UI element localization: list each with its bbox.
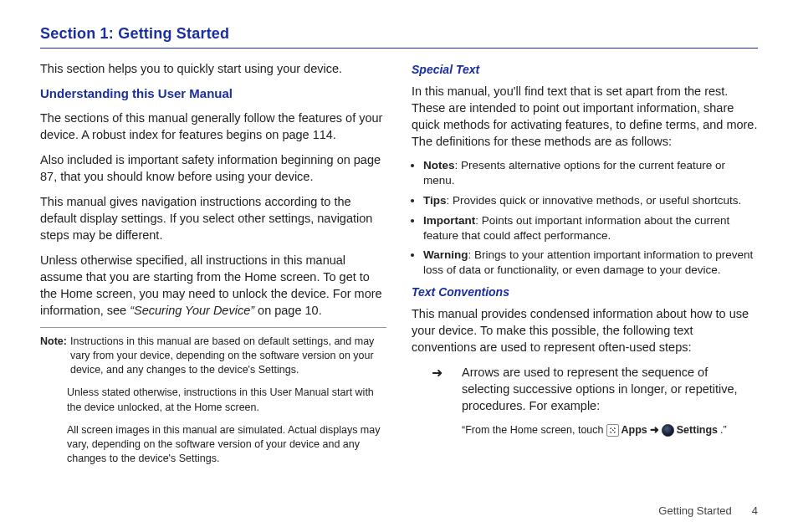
paragraph: This manual gives navigation instruction… [40,193,386,243]
paragraph: This manual provides condensed informati… [412,305,758,356]
term-label: Tips [423,194,447,207]
list-item: Notes: Presents alternative options for … [423,158,758,188]
arrow-description: Arrows are used to represent the sequenc… [462,364,758,414]
apps-icon [606,424,619,437]
note-item: Unless stated otherwise, instructions in… [67,386,386,415]
settings-label: Settings [677,423,718,437]
note-item: Note: Instructions in this manual are ba… [40,335,386,378]
two-column-layout: This section helps you to quickly start … [40,60,758,475]
paragraph: Also included is important safety inform… [40,151,386,185]
note-block: Note: Instructions in this manual are ba… [40,327,386,467]
paragraph: Unless otherwise specified, all instruct… [40,252,386,319]
apps-label: Apps [622,423,647,437]
note-label: Note: [40,335,67,378]
settings-icon [662,424,674,437]
intro-paragraph: This section helps you to quickly start … [40,60,386,77]
paragraph: The sections of this manual generally fo… [40,110,386,143]
term-text: : Brings to your attention important inf… [423,248,753,276]
subsection-heading-understanding: Understanding this User Manual [40,85,386,103]
list-item: Tips: Provides quick or innovative metho… [423,193,758,208]
list-item: Important: Points out important informat… [423,213,758,243]
subheading-special-text: Special Text [412,62,758,78]
right-column: Special Text In this manual, you'll find… [412,60,758,475]
subheading-text-conventions: Text Conventions [412,284,758,300]
arrow-convention-row: ➜ Arrows are used to represent the seque… [412,364,758,414]
footer-section-name: Getting Started [658,504,731,517]
left-column: This section helps you to quickly start … [40,60,386,475]
navigation-example: “From the Home screen, touch Apps ➜ Sett… [462,422,758,437]
note-item: All screen images in this manual are sim… [67,423,386,467]
paragraph: In this manual, you'll find text that is… [412,83,758,150]
term-label: Warning [423,248,468,261]
page-footer: Getting Started 4 [658,504,758,517]
list-item: Warning: Brings to your attention import… [423,248,758,278]
example-close: .” [720,423,727,437]
term-label: Important [423,214,475,227]
page-number: 4 [752,504,758,517]
definition-list: Notes: Presents alternative options for … [412,158,758,278]
term-text: : Provides quick or innovative methods, … [447,194,742,207]
term-label: Notes [423,159,455,171]
example-text: “From the Home screen, touch [462,423,604,437]
term-text: : Presents alternative options for the c… [423,159,725,187]
section-title: Section 1: Getting Started [40,25,758,49]
arrow-icon: ➜ [650,422,659,437]
arrow-icon: ➜ [412,364,462,414]
note-text: Instructions in this manual are based on… [70,335,386,378]
paragraph-text: on page 10. [254,304,322,317]
cross-reference: “Securing Your Device” [130,304,254,317]
